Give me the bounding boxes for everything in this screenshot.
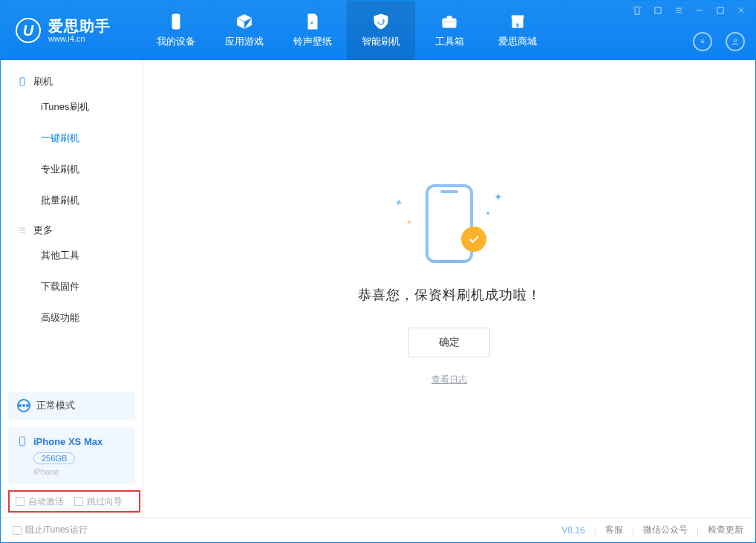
footer: 阻止iTunes运行 V8.16 | 客服 | 微信公众号 | 检查更新: [1, 517, 755, 542]
refresh-shield-icon: [372, 13, 390, 30]
app-header: U 爱思助手 www.i4.cn 我的设备 应用游戏 铃声壁纸 智能刷机 工具箱: [1, 1, 755, 60]
box-icon[interactable]: [653, 5, 663, 16]
tshirt-icon[interactable]: [632, 5, 642, 16]
device-icon: [167, 13, 185, 30]
svg-point-12: [22, 444, 22, 445]
main-content: ✦ ✦ 恭喜您，保资料刷机成功啦！ 确定 查看日志: [143, 60, 755, 517]
auto-activate-checkbox[interactable]: 自动激活: [16, 495, 64, 508]
version-label: V8.16: [561, 525, 584, 536]
sidebar-item-download-firmware[interactable]: 下载固件: [1, 271, 143, 302]
sidebar-group-flash: 刷机: [1, 68, 143, 91]
app-title: 爱思助手: [48, 18, 111, 34]
menu-icon[interactable]: [674, 5, 684, 16]
mode-status: 正常模式: [8, 391, 135, 420]
tab-store[interactable]: 爱思商城: [483, 1, 552, 60]
skip-guide-checkbox[interactable]: 跳过向导: [74, 495, 123, 508]
svg-rect-7: [655, 7, 661, 13]
tab-mydevice[interactable]: 我的设备: [142, 1, 210, 60]
header-actions: [693, 32, 745, 51]
account-button[interactable]: [726, 32, 745, 51]
nav-tabs: 我的设备 应用游戏 铃声壁纸 智能刷机 工具箱 爱思商城: [142, 1, 552, 60]
sidebar: 刷机 iTunes刷机 一键刷机 专业刷机 批量刷机 更多 其他工具 下载固件 …: [1, 60, 143, 517]
close-icon[interactable]: [736, 5, 746, 16]
tab-apps[interactable]: 应用游戏: [210, 1, 278, 60]
svg-rect-3: [447, 16, 452, 19]
svg-rect-6: [516, 23, 519, 27]
stop-itunes-checkbox[interactable]: 阻止iTunes运行: [13, 524, 88, 536]
phone-icon: [17, 435, 27, 448]
cube-icon: [235, 13, 253, 30]
option-highlight-box: 自动激活 跳过向导: [8, 490, 140, 513]
device-storage: 256GB: [33, 452, 75, 464]
svg-point-9: [734, 39, 737, 42]
svg-rect-1: [175, 27, 177, 27]
maximize-icon[interactable]: [715, 5, 726, 16]
support-link[interactable]: 客服: [605, 524, 623, 536]
tab-toolbox[interactable]: 工具箱: [415, 1, 483, 60]
download-button[interactable]: [693, 32, 712, 51]
sidebar-item-pro-flash[interactable]: 专业刷机: [1, 154, 143, 185]
svg-rect-8: [717, 7, 723, 13]
logo-icon: U: [16, 18, 41, 43]
sidebar-item-itunes-flash[interactable]: iTunes刷机: [1, 91, 143, 123]
app-logo: U 爱思助手 www.i4.cn: [1, 1, 142, 60]
check-badge-icon: [461, 227, 486, 252]
mode-icon: [17, 399, 30, 412]
phone-outline-icon: [17, 77, 27, 87]
success-illustration: ✦ ✦: [390, 179, 509, 268]
minimize-icon[interactable]: [694, 5, 705, 16]
toolbox-icon: [440, 13, 458, 30]
window-controls: [632, 5, 746, 16]
app-subtitle: www.i4.cn: [48, 34, 111, 43]
view-log-link[interactable]: 查看日志: [431, 374, 467, 386]
result-message: 恭喜您，保资料刷机成功啦！: [358, 286, 541, 304]
svg-rect-4: [443, 22, 456, 23]
sidebar-item-advanced[interactable]: 高级功能: [1, 302, 143, 334]
update-link[interactable]: 检查更新: [708, 524, 743, 536]
sidebar-item-other-tools[interactable]: 其他工具: [1, 240, 143, 271]
device-type: iPhone: [33, 467, 126, 476]
sidebar-item-batch-flash[interactable]: 批量刷机: [1, 185, 143, 216]
svg-rect-10: [20, 78, 25, 86]
tab-ringtone[interactable]: 铃声壁纸: [278, 1, 347, 60]
store-icon: [509, 13, 527, 30]
device-name: iPhone XS Max: [33, 436, 102, 447]
wechat-link[interactable]: 微信公众号: [643, 524, 688, 536]
sidebar-item-onekey-flash[interactable]: 一键刷机: [1, 123, 143, 154]
tab-flash[interactable]: 智能刷机: [347, 1, 415, 60]
device-info[interactable]: iPhone XS Max 256GB iPhone: [8, 427, 135, 484]
sidebar-group-more: 更多: [1, 216, 143, 240]
music-file-icon: [304, 13, 322, 30]
flash-result: ✦ ✦ 恭喜您，保资料刷机成功啦！ 确定 查看日志: [143, 179, 755, 386]
lines-icon: [17, 225, 27, 235]
ok-button[interactable]: 确定: [408, 328, 490, 357]
